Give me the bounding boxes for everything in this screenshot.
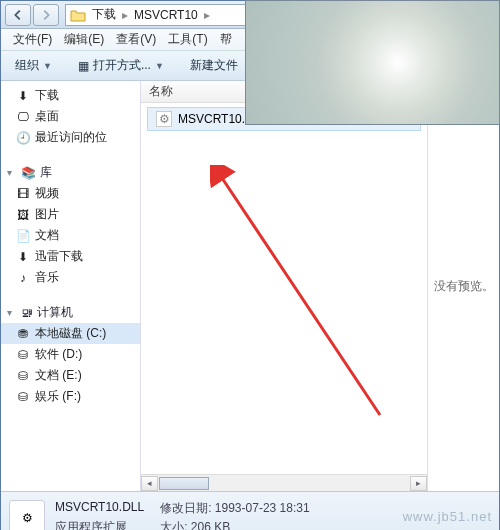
app-icon: ▦ bbox=[78, 59, 89, 73]
music-icon: ♪ bbox=[15, 270, 31, 286]
nav-forward-button[interactable] bbox=[33, 4, 59, 26]
status-type: 应用程序扩展 bbox=[55, 519, 144, 531]
nav-recent[interactable]: 🕘最近访问的位 bbox=[1, 127, 140, 148]
menu-view[interactable]: 查看(V) bbox=[110, 29, 162, 50]
nav-drive-f[interactable]: ⛁娱乐 (F:) bbox=[1, 386, 140, 407]
status-mod-value: 1993-07-23 18:31 bbox=[215, 501, 310, 515]
video-icon: 🎞 bbox=[15, 186, 31, 202]
nav-documents[interactable]: 📄文档 bbox=[1, 225, 140, 246]
desktop-icon: 🖵 bbox=[15, 109, 31, 125]
expander-icon[interactable]: ▾ bbox=[7, 167, 17, 178]
breadcrumb-item[interactable]: 下载 bbox=[92, 6, 116, 23]
organize-button[interactable]: 组织▼ bbox=[7, 54, 60, 77]
breadcrumb-item[interactable]: MSVCRT10 bbox=[134, 8, 198, 22]
nav-pane: ⬇下载 🖵桌面 🕘最近访问的位 ▾📚库 🎞视频 🖼图片 📄文档 ⬇迅雷下载 ♪音… bbox=[1, 81, 141, 491]
document-icon: 📄 bbox=[15, 228, 31, 244]
nav-back-button[interactable] bbox=[5, 4, 31, 26]
menu-file[interactable]: 文件(F) bbox=[7, 29, 58, 50]
computer-icon: 🖳 bbox=[21, 306, 33, 320]
nav-libraries[interactable]: ▾📚库 bbox=[1, 162, 140, 183]
drive-icon: ⛁ bbox=[15, 368, 31, 384]
nav-music[interactable]: ♪音乐 bbox=[1, 267, 140, 288]
preview-pane: 没有预览。 bbox=[427, 81, 499, 491]
drive-icon: ⛃ bbox=[15, 326, 31, 342]
nav-videos[interactable]: 🎞视频 bbox=[1, 183, 140, 204]
expander-icon[interactable]: ▾ bbox=[7, 307, 17, 318]
nav-xunlei[interactable]: ⬇迅雷下载 bbox=[1, 246, 140, 267]
chevron-right-icon: ▸ bbox=[204, 8, 210, 22]
status-filename: MSVCRT10.DLL bbox=[55, 500, 144, 517]
scroll-thumb[interactable] bbox=[159, 477, 209, 490]
folder-icon bbox=[70, 8, 86, 22]
recent-icon: 🕘 bbox=[15, 130, 31, 146]
download-icon: ⬇ bbox=[15, 88, 31, 104]
scroll-left-button[interactable]: ◂ bbox=[141, 476, 158, 491]
status-size-value: 206 KB bbox=[191, 520, 230, 531]
library-icon: 📚 bbox=[21, 166, 36, 180]
horizontal-scrollbar[interactable]: ◂ ▸ bbox=[141, 474, 427, 491]
nav-downloads[interactable]: ⬇下载 bbox=[1, 85, 140, 106]
new-folder-button[interactable]: 新建文件 bbox=[182, 54, 246, 77]
chevron-down-icon: ▼ bbox=[155, 61, 164, 71]
download-icon: ⬇ bbox=[15, 249, 31, 265]
nav-pictures[interactable]: 🖼图片 bbox=[1, 204, 140, 225]
scroll-right-button[interactable]: ▸ bbox=[410, 476, 427, 491]
watermark: www.jb51.net bbox=[403, 509, 492, 524]
nav-drive-d[interactable]: ⛁软件 (D:) bbox=[1, 344, 140, 365]
chevron-down-icon: ▼ bbox=[43, 61, 52, 71]
open-with-button[interactable]: ▦打开方式...▼ bbox=[70, 54, 172, 77]
drive-icon: ⛁ bbox=[15, 347, 31, 363]
nav-drive-e[interactable]: ⛁文档 (E:) bbox=[1, 365, 140, 386]
status-mod-label: 修改日期: bbox=[160, 501, 211, 515]
nav-drive-c[interactable]: ⛃本地磁盘 (C:) bbox=[1, 323, 140, 344]
drive-icon: ⛁ bbox=[15, 389, 31, 405]
dll-icon: ⚙ bbox=[9, 500, 45, 531]
menu-help[interactable]: 帮 bbox=[214, 29, 238, 50]
decorative-overlay bbox=[245, 0, 500, 125]
nav-computer[interactable]: ▾🖳计算机 bbox=[1, 302, 140, 323]
chevron-right-icon: ▸ bbox=[122, 8, 128, 22]
menu-edit[interactable]: 编辑(E) bbox=[58, 29, 110, 50]
menu-tools[interactable]: 工具(T) bbox=[162, 29, 213, 50]
dll-icon: ⚙ bbox=[156, 111, 172, 127]
status-size-label: 大小: bbox=[160, 520, 187, 531]
nav-desktop[interactable]: 🖵桌面 bbox=[1, 106, 140, 127]
file-list: 名称 修 ⚙ MSVCRT10.DLL 1 ◂ ▸ bbox=[141, 81, 427, 491]
picture-icon: 🖼 bbox=[15, 207, 31, 223]
